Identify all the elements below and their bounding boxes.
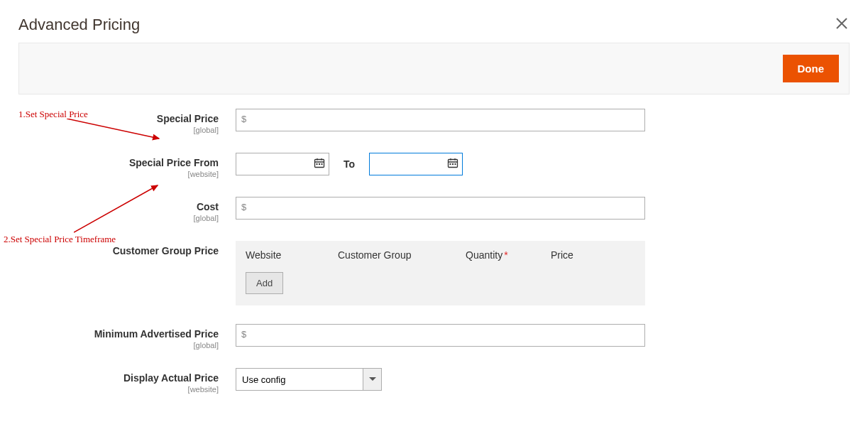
svg-rect-8 bbox=[322, 163, 323, 165]
action-bar: Done bbox=[18, 43, 850, 94]
svg-rect-14 bbox=[452, 163, 454, 165]
display-actual-row: Display Actual Price [website] bbox=[18, 368, 850, 394]
required-mark: * bbox=[504, 249, 507, 261]
currency-symbol: $ bbox=[241, 114, 246, 124]
col-quantity: Quantity* bbox=[466, 249, 551, 261]
customer-group-price-table: Website Customer Group Quantity* Price A… bbox=[236, 241, 645, 305]
special-price-from-scope: [website] bbox=[18, 170, 219, 178]
special-price-row: Special Price [global] $ bbox=[18, 109, 850, 134]
col-price: Price bbox=[551, 249, 635, 261]
svg-rect-7 bbox=[319, 163, 320, 165]
customer-group-price-label: Customer Group Price bbox=[113, 245, 219, 256]
form-content: 1.Set Special Price 2.Set Special Price … bbox=[18, 109, 850, 394]
map-label: Minimum Advertised Price bbox=[94, 328, 219, 340]
advanced-pricing-modal: Advanced Pricing Done 1.Set Special Pric… bbox=[0, 0, 868, 394]
display-actual-scope: [website] bbox=[18, 385, 219, 394]
map-input[interactable] bbox=[236, 324, 645, 347]
modal-header: Advanced Pricing bbox=[18, 0, 850, 43]
svg-rect-13 bbox=[450, 163, 451, 165]
cost-row: Cost [global] $ bbox=[18, 197, 850, 222]
select-toggle-button[interactable] bbox=[363, 368, 382, 391]
table-header: Website Customer Group Quantity* Price bbox=[236, 241, 645, 266]
add-button[interactable]: Add bbox=[246, 272, 283, 294]
special-price-from-label: Special Price From bbox=[129, 157, 219, 168]
done-button[interactable]: Done bbox=[783, 55, 840, 82]
display-actual-label: Display Actual Price bbox=[123, 372, 219, 384]
map-row: Minimum Advertised Price [global] $ bbox=[18, 324, 850, 350]
calendar-icon[interactable] bbox=[314, 158, 325, 171]
currency-symbol: $ bbox=[241, 329, 246, 340]
close-icon bbox=[835, 17, 848, 30]
svg-rect-6 bbox=[317, 163, 318, 165]
svg-rect-15 bbox=[455, 163, 456, 165]
currency-symbol: $ bbox=[241, 202, 246, 212]
customer-group-price-row: Customer Group Price Website Customer Gr… bbox=[18, 241, 850, 305]
chevron-down-icon bbox=[369, 377, 376, 381]
cost-label: Cost bbox=[197, 201, 219, 212]
special-price-scope: [global] bbox=[18, 126, 219, 134]
to-label: To bbox=[341, 158, 358, 170]
cost-input[interactable] bbox=[236, 197, 645, 220]
col-website: Website bbox=[246, 249, 338, 261]
special-price-from-row: Special Price From [website] To bbox=[18, 153, 850, 178]
calendar-icon[interactable] bbox=[447, 158, 458, 171]
modal-title: Advanced Pricing bbox=[18, 16, 140, 34]
col-customer-group: Customer Group bbox=[338, 249, 466, 261]
special-price-input[interactable] bbox=[236, 109, 645, 131]
close-button[interactable] bbox=[834, 16, 850, 34]
special-price-label: Special Price bbox=[157, 113, 219, 124]
map-scope: [global] bbox=[18, 341, 219, 350]
display-actual-select[interactable] bbox=[236, 368, 363, 391]
cost-scope: [global] bbox=[18, 214, 219, 222]
